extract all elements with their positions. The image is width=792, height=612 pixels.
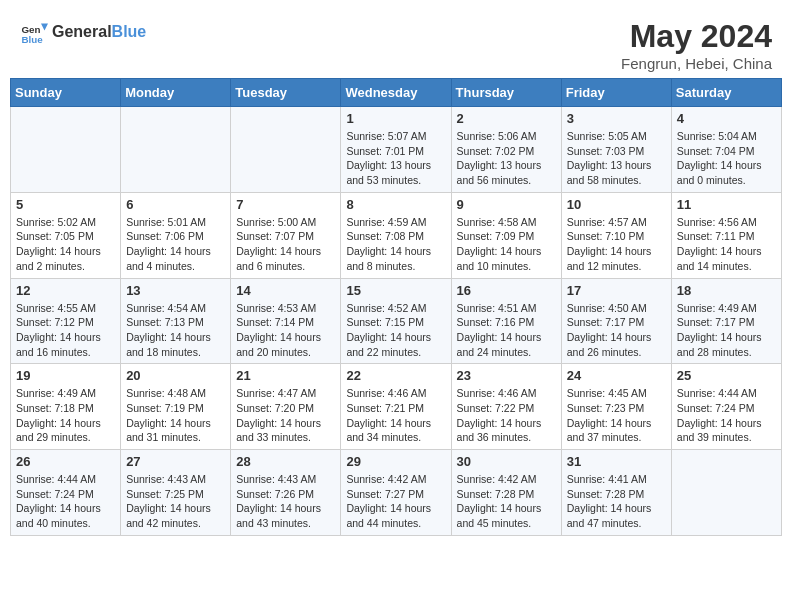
svg-text:Blue: Blue <box>21 34 43 45</box>
cell-content: Sunrise: 4:47 AM Sunset: 7:20 PM Dayligh… <box>236 386 335 445</box>
cell-content: Sunrise: 4:50 AM Sunset: 7:17 PM Dayligh… <box>567 301 666 360</box>
calendar-cell: 15Sunrise: 4:52 AM Sunset: 7:15 PM Dayli… <box>341 278 451 364</box>
day-number: 27 <box>126 454 225 469</box>
cell-content: Sunrise: 5:06 AM Sunset: 7:02 PM Dayligh… <box>457 129 556 188</box>
day-of-week-header: Friday <box>561 79 671 107</box>
cell-content: Sunrise: 4:58 AM Sunset: 7:09 PM Dayligh… <box>457 215 556 274</box>
calendar-cell: 8Sunrise: 4:59 AM Sunset: 7:08 PM Daylig… <box>341 192 451 278</box>
day-number: 11 <box>677 197 776 212</box>
calendar-cell: 26Sunrise: 4:44 AM Sunset: 7:24 PM Dayli… <box>11 450 121 536</box>
cell-content: Sunrise: 4:57 AM Sunset: 7:10 PM Dayligh… <box>567 215 666 274</box>
day-of-week-header: Wednesday <box>341 79 451 107</box>
calendar-cell: 13Sunrise: 4:54 AM Sunset: 7:13 PM Dayli… <box>121 278 231 364</box>
calendar-cell: 25Sunrise: 4:44 AM Sunset: 7:24 PM Dayli… <box>671 364 781 450</box>
days-of-week-row: SundayMondayTuesdayWednesdayThursdayFrid… <box>11 79 782 107</box>
day-number: 13 <box>126 283 225 298</box>
logo-blue-text: Blue <box>112 23 147 40</box>
day-number: 30 <box>457 454 556 469</box>
calendar-cell: 4Sunrise: 5:04 AM Sunset: 7:04 PM Daylig… <box>671 107 781 193</box>
calendar-cell: 5Sunrise: 5:02 AM Sunset: 7:05 PM Daylig… <box>11 192 121 278</box>
day-number: 5 <box>16 197 115 212</box>
day-number: 26 <box>16 454 115 469</box>
day-number: 22 <box>346 368 445 383</box>
logo-icon: Gen Blue <box>20 18 48 46</box>
calendar-cell: 20Sunrise: 4:48 AM Sunset: 7:19 PM Dayli… <box>121 364 231 450</box>
calendar-cell: 16Sunrise: 4:51 AM Sunset: 7:16 PM Dayli… <box>451 278 561 364</box>
day-number: 17 <box>567 283 666 298</box>
cell-content: Sunrise: 4:44 AM Sunset: 7:24 PM Dayligh… <box>16 472 115 531</box>
calendar-cell: 28Sunrise: 4:43 AM Sunset: 7:26 PM Dayli… <box>231 450 341 536</box>
day-number: 10 <box>567 197 666 212</box>
calendar-cell: 30Sunrise: 4:42 AM Sunset: 7:28 PM Dayli… <box>451 450 561 536</box>
cell-content: Sunrise: 4:46 AM Sunset: 7:22 PM Dayligh… <box>457 386 556 445</box>
day-number: 18 <box>677 283 776 298</box>
day-number: 24 <box>567 368 666 383</box>
calendar-cell <box>121 107 231 193</box>
cell-content: Sunrise: 5:02 AM Sunset: 7:05 PM Dayligh… <box>16 215 115 274</box>
calendar-location: Fengrun, Hebei, China <box>621 55 772 72</box>
day-number: 9 <box>457 197 556 212</box>
cell-content: Sunrise: 4:54 AM Sunset: 7:13 PM Dayligh… <box>126 301 225 360</box>
cell-content: Sunrise: 4:43 AM Sunset: 7:25 PM Dayligh… <box>126 472 225 531</box>
calendar-cell: 24Sunrise: 4:45 AM Sunset: 7:23 PM Dayli… <box>561 364 671 450</box>
day-of-week-header: Sunday <box>11 79 121 107</box>
cell-content: Sunrise: 4:55 AM Sunset: 7:12 PM Dayligh… <box>16 301 115 360</box>
cell-content: Sunrise: 4:46 AM Sunset: 7:21 PM Dayligh… <box>346 386 445 445</box>
calendar-cell: 14Sunrise: 4:53 AM Sunset: 7:14 PM Dayli… <box>231 278 341 364</box>
title-block: May 2024 Fengrun, Hebei, China <box>621 18 772 72</box>
cell-content: Sunrise: 4:49 AM Sunset: 7:18 PM Dayligh… <box>16 386 115 445</box>
calendar-week-row: 26Sunrise: 4:44 AM Sunset: 7:24 PM Dayli… <box>11 450 782 536</box>
calendar-cell: 10Sunrise: 4:57 AM Sunset: 7:10 PM Dayli… <box>561 192 671 278</box>
cell-content: Sunrise: 5:07 AM Sunset: 7:01 PM Dayligh… <box>346 129 445 188</box>
day-number: 25 <box>677 368 776 383</box>
page-header: Gen Blue GeneralBlue May 2024 Fengrun, H… <box>10 10 782 78</box>
day-number: 14 <box>236 283 335 298</box>
calendar-cell: 21Sunrise: 4:47 AM Sunset: 7:20 PM Dayli… <box>231 364 341 450</box>
day-number: 21 <box>236 368 335 383</box>
calendar-cell: 31Sunrise: 4:41 AM Sunset: 7:28 PM Dayli… <box>561 450 671 536</box>
calendar-cell: 27Sunrise: 4:43 AM Sunset: 7:25 PM Dayli… <box>121 450 231 536</box>
cell-content: Sunrise: 5:01 AM Sunset: 7:06 PM Dayligh… <box>126 215 225 274</box>
day-number: 16 <box>457 283 556 298</box>
calendar-title: May 2024 <box>621 18 772 55</box>
calendar-cell: 6Sunrise: 5:01 AM Sunset: 7:06 PM Daylig… <box>121 192 231 278</box>
calendar-cell: 11Sunrise: 4:56 AM Sunset: 7:11 PM Dayli… <box>671 192 781 278</box>
cell-content: Sunrise: 4:53 AM Sunset: 7:14 PM Dayligh… <box>236 301 335 360</box>
calendar-cell: 22Sunrise: 4:46 AM Sunset: 7:21 PM Dayli… <box>341 364 451 450</box>
logo-general-text: General <box>52 23 112 40</box>
cell-content: Sunrise: 5:00 AM Sunset: 7:07 PM Dayligh… <box>236 215 335 274</box>
calendar-cell: 3Sunrise: 5:05 AM Sunset: 7:03 PM Daylig… <box>561 107 671 193</box>
day-number: 23 <box>457 368 556 383</box>
day-of-week-header: Tuesday <box>231 79 341 107</box>
calendar-week-row: 1Sunrise: 5:07 AM Sunset: 7:01 PM Daylig… <box>11 107 782 193</box>
logo: Gen Blue GeneralBlue <box>20 18 146 46</box>
calendar-cell: 19Sunrise: 4:49 AM Sunset: 7:18 PM Dayli… <box>11 364 121 450</box>
day-number: 12 <box>16 283 115 298</box>
day-number: 20 <box>126 368 225 383</box>
calendar-header: SundayMondayTuesdayWednesdayThursdayFrid… <box>11 79 782 107</box>
day-number: 7 <box>236 197 335 212</box>
day-number: 31 <box>567 454 666 469</box>
calendar-cell: 23Sunrise: 4:46 AM Sunset: 7:22 PM Dayli… <box>451 364 561 450</box>
day-number: 15 <box>346 283 445 298</box>
calendar-cell: 29Sunrise: 4:42 AM Sunset: 7:27 PM Dayli… <box>341 450 451 536</box>
calendar-cell: 7Sunrise: 5:00 AM Sunset: 7:07 PM Daylig… <box>231 192 341 278</box>
cell-content: Sunrise: 4:43 AM Sunset: 7:26 PM Dayligh… <box>236 472 335 531</box>
svg-marker-2 <box>41 24 48 31</box>
calendar-table: SundayMondayTuesdayWednesdayThursdayFrid… <box>10 78 782 536</box>
calendar-cell <box>231 107 341 193</box>
calendar-cell <box>11 107 121 193</box>
cell-content: Sunrise: 4:59 AM Sunset: 7:08 PM Dayligh… <box>346 215 445 274</box>
cell-content: Sunrise: 4:44 AM Sunset: 7:24 PM Dayligh… <box>677 386 776 445</box>
calendar-body: 1Sunrise: 5:07 AM Sunset: 7:01 PM Daylig… <box>11 107 782 536</box>
day-of-week-header: Saturday <box>671 79 781 107</box>
day-number: 4 <box>677 111 776 126</box>
calendar-cell: 17Sunrise: 4:50 AM Sunset: 7:17 PM Dayli… <box>561 278 671 364</box>
calendar-cell: 18Sunrise: 4:49 AM Sunset: 7:17 PM Dayli… <box>671 278 781 364</box>
calendar-cell: 9Sunrise: 4:58 AM Sunset: 7:09 PM Daylig… <box>451 192 561 278</box>
calendar-week-row: 5Sunrise: 5:02 AM Sunset: 7:05 PM Daylig… <box>11 192 782 278</box>
day-number: 28 <box>236 454 335 469</box>
day-number: 3 <box>567 111 666 126</box>
cell-content: Sunrise: 5:05 AM Sunset: 7:03 PM Dayligh… <box>567 129 666 188</box>
day-number: 6 <box>126 197 225 212</box>
